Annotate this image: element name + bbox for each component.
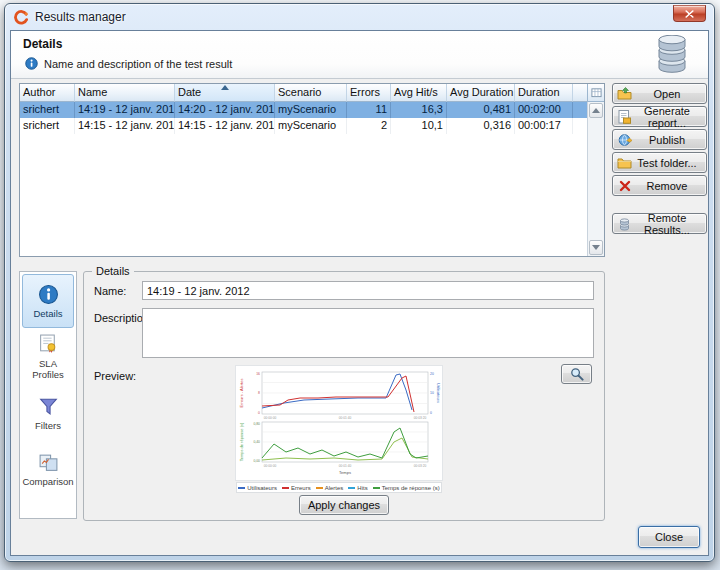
- results-table-header: Author Name Date Scenario Errors Avg Hit…: [20, 84, 587, 102]
- svg-text:00:03:20: 00:03:20: [414, 416, 427, 420]
- magnifier-icon: [570, 367, 584, 381]
- tab-sla-profiles[interactable]: SLA Profiles: [22, 330, 74, 384]
- sla-certificate-icon: [38, 334, 59, 355]
- action-button-column: Open Generate report... Publish Test fol…: [612, 83, 707, 263]
- svg-text:00:03:20: 00:03:20: [414, 464, 427, 468]
- legend-dash-icon: [316, 487, 323, 489]
- preview-area: 0 8 16 0 10 20 00:00:00 00:01:40 00:03:2…: [236, 366, 442, 493]
- svg-text:Utilisateurs: Utilisateurs: [436, 383, 441, 403]
- legend-item: Erreurs: [282, 485, 311, 491]
- chart-legend: Utilisateurs Erreurs Alertes Hits Temps …: [236, 482, 442, 493]
- column-header-author[interactable]: Author: [20, 84, 75, 102]
- svg-text:10: 10: [430, 391, 434, 395]
- detail-tab-strip: Details SLA Profiles Filters: [19, 271, 77, 519]
- table-grid-icon: [591, 87, 602, 98]
- filter-funnel-icon: [38, 396, 59, 417]
- test-folder-button[interactable]: Test folder...: [612, 152, 707, 173]
- results-manager-window: Results manager Details Name and descrip…: [4, 3, 715, 562]
- column-chooser-button[interactable]: [587, 84, 604, 102]
- publish-button[interactable]: Publish: [612, 129, 707, 150]
- column-header-errors[interactable]: Errors: [347, 84, 391, 102]
- svg-text:8: 8: [258, 391, 260, 395]
- close-icon: [685, 10, 694, 18]
- svg-text:0,00: 0,00: [253, 459, 260, 463]
- preview-label: Preview:: [94, 370, 136, 382]
- svg-text:Erreurs - Alertes: Erreurs - Alertes: [239, 379, 244, 408]
- group-title: Details: [92, 265, 134, 277]
- svg-text:20: 20: [430, 372, 434, 376]
- comparison-icon: [38, 452, 59, 473]
- generate-report-button[interactable]: Generate report...: [612, 106, 707, 127]
- apply-changes-button[interactable]: Apply changes: [299, 495, 389, 515]
- publish-icon: [617, 133, 632, 147]
- tab-filters[interactable]: Filters: [22, 386, 74, 440]
- window-title: Results manager: [35, 10, 126, 24]
- column-header-name[interactable]: Name: [75, 84, 175, 102]
- legend-item: Utilisateurs: [238, 485, 277, 491]
- remote-database-icon: [617, 217, 632, 231]
- name-label: Name:: [94, 285, 126, 297]
- tab-details[interactable]: Details: [22, 274, 74, 328]
- preview-chart: 0 8 16 0 10 20 00:00:00 00:01:40 00:03:2…: [236, 366, 442, 480]
- remove-icon: [617, 180, 632, 192]
- arrow-down-icon: [592, 245, 600, 250]
- column-header-avg-hits[interactable]: Avg Hit/s: [391, 84, 447, 102]
- close-button[interactable]: Close: [638, 526, 700, 548]
- column-header-duration[interactable]: Duration: [515, 84, 573, 102]
- arrow-up-icon: [592, 108, 600, 113]
- zoom-preview-button[interactable]: [561, 364, 592, 384]
- column-header-avg-duration[interactable]: Avg Duration: [447, 84, 515, 102]
- svg-text:0: 0: [258, 411, 260, 415]
- details-group: Details Name: Description: Preview: 0: [83, 271, 605, 521]
- svg-text:Temps: Temps: [339, 470, 351, 475]
- column-header-date[interactable]: Date: [175, 84, 275, 102]
- svg-text:0,40: 0,40: [253, 440, 260, 444]
- scroll-down-button[interactable]: [589, 240, 603, 255]
- remote-results-button[interactable]: Remote Results...: [612, 213, 707, 234]
- svg-text:00:00:00: 00:00:00: [264, 464, 277, 468]
- details-info-icon: [38, 284, 59, 305]
- window-close-button[interactable]: [673, 5, 706, 22]
- database-icon: [652, 35, 692, 77]
- dialog-client-area: Details Name and description of the test…: [10, 30, 709, 556]
- column-header-filler: [573, 84, 587, 102]
- svg-text:00:01:40: 00:01:40: [339, 416, 352, 420]
- results-table-body: srichert 14:19 - 12 janv. 2012 14:20 - 1…: [20, 102, 587, 256]
- table-row[interactable]: srichert 14:19 - 12 janv. 2012 14:20 - 1…: [20, 102, 587, 118]
- titlebar[interactable]: Results manager: [5, 4, 714, 29]
- svg-text:00:01:40: 00:01:40: [339, 464, 352, 468]
- vertical-scrollbar[interactable]: [587, 102, 604, 256]
- svg-text:0,80: 0,80: [253, 422, 260, 426]
- report-icon: [617, 110, 632, 124]
- legend-item: Alertes: [316, 485, 344, 491]
- page-title: Details: [23, 37, 62, 51]
- column-header-scenario[interactable]: Scenario: [275, 84, 347, 102]
- svg-text:0: 0: [430, 411, 432, 415]
- scroll-up-button[interactable]: [589, 103, 603, 118]
- folder-icon: [617, 157, 632, 169]
- svg-text:Temps de réponse (s): Temps de réponse (s): [239, 422, 244, 461]
- results-table: Author Name Date Scenario Errors Avg Hit…: [19, 83, 605, 257]
- legend-dash-icon: [282, 487, 289, 489]
- legend-dash-icon: [238, 487, 245, 489]
- legend-item: Hits: [348, 485, 367, 491]
- remove-button[interactable]: Remove: [612, 175, 707, 196]
- open-button[interactable]: Open: [612, 83, 707, 104]
- legend-item: Temps de réponse (s): [373, 485, 440, 491]
- legend-dash-icon: [373, 487, 380, 489]
- app-logo-icon: [13, 9, 29, 25]
- description-input[interactable]: [142, 308, 594, 358]
- svg-text:00:00:00: 00:00:00: [264, 416, 277, 420]
- dialog-header: Details Name and description of the test…: [11, 31, 708, 79]
- sort-ascending-icon: [221, 85, 229, 90]
- svg-text:16: 16: [256, 372, 260, 376]
- legend-dash-icon: [348, 487, 355, 489]
- info-icon: [25, 57, 38, 70]
- table-row[interactable]: srichert 14:15 - 12 janv. 2012 14:15 - 1…: [20, 118, 587, 134]
- tab-comparison[interactable]: Comparison: [22, 442, 74, 496]
- open-icon: [617, 87, 632, 100]
- name-input[interactable]: [142, 281, 594, 300]
- page-subtitle: Name and description of the test result: [44, 58, 232, 70]
